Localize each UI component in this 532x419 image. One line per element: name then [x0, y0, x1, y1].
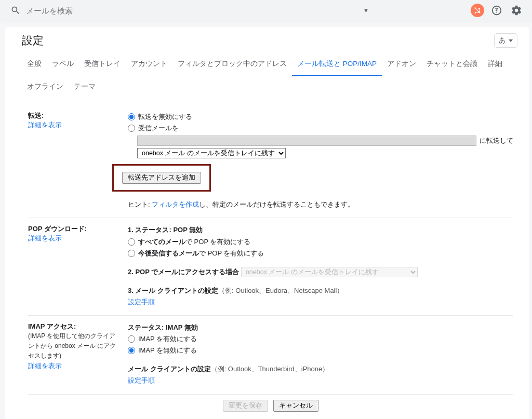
tab-inbox[interactable]: 受信トレイ [79, 55, 126, 76]
header-actions [471, 3, 527, 18]
forwarding-hint: ヒント: フィルタを作成し、特定のメールだけを転送することもできます。 [128, 199, 513, 210]
section-imap: IMAP アクセス: (IMAP を使用して他のクライアントから onebox … [28, 316, 513, 394]
search-options-toggle[interactable]: ▼ [356, 7, 376, 13]
settings-tabs: 全般 ラベル 受信トレイ アカウント フィルタとブロック中のアドレス メール転送… [5, 50, 529, 101]
pop-heading: POP ダウンロード: [28, 224, 121, 234]
tab-labels[interactable]: ラベル [47, 55, 79, 76]
settings-panel: 設定 あ 全般 ラベル 受信トレイ アカウント フィルタとブロック中のアドレス … [5, 27, 529, 419]
tab-offline[interactable]: オフライン [22, 78, 69, 98]
forwarding-enable-row[interactable]: 受信メールを [128, 123, 513, 134]
forwarding-address-field[interactable] [137, 136, 476, 146]
add-forwarding-address-button[interactable]: 転送先アドレスを追加 [122, 172, 201, 184]
input-tools-button[interactable]: あ [494, 33, 517, 48]
cancel-button[interactable]: キャンセル [273, 400, 318, 412]
forwarding-enable-label: 受信メールを [138, 123, 179, 134]
footer-buttons: 変更を保存 キャンセル [28, 395, 513, 414]
pop-enable-future-radio[interactable] [128, 250, 135, 257]
imap-instructions-link[interactable]: 設定手順 [128, 376, 155, 384]
hubspot-icon[interactable] [471, 4, 484, 17]
section-forwarding: 転送: 詳細を表示 転送を無効にする 受信メールを に転送して [28, 105, 513, 218]
pop-instructions-link[interactable]: 設定手順 [128, 298, 155, 306]
pop-enable-all-row[interactable]: すべてのメールで POP を有効にする [128, 236, 513, 248]
pop-enable-future-label: 今後受信するメールで POP を有効にする [138, 248, 264, 259]
section-pop: POP ダウンロード: 詳細を表示 1. ステータス: POP 無効 すべてのメ… [28, 218, 513, 316]
forwarding-disable-row[interactable]: 転送を無効にする [128, 111, 513, 123]
gear-icon[interactable] [509, 3, 524, 18]
tab-filters[interactable]: フィルタとブロック中のアドレス [172, 55, 292, 76]
tab-advanced[interactable]: 詳細 [483, 55, 508, 76]
pop-enable-future-row[interactable]: 今後受信するメールで POP を有効にする [128, 248, 513, 259]
pop-enable-all-label: すべてのメールで POP を有効にする [138, 236, 250, 248]
imap-disable-label: IMAP を無効にする [138, 345, 197, 356]
imap-disable-row[interactable]: IMAP を無効にする [128, 345, 513, 356]
help-icon[interactable] [489, 3, 504, 18]
tab-general[interactable]: 全般 [22, 55, 47, 76]
input-tools-label: あ [499, 36, 506, 45]
pop-access-label: 2. POP でメールにアクセスする場合 [128, 268, 239, 276]
pop-status-label: 1. ステータス: POP 無効 [128, 224, 513, 236]
pop-enable-all-radio[interactable] [128, 238, 135, 246]
forwarding-disable-label: 転送を無効にする [138, 111, 192, 123]
tab-accounts[interactable]: アカウント [126, 55, 172, 76]
imap-learn-more[interactable]: 詳細を表示 [28, 362, 62, 370]
pop-client-label: 3. メール クライアントの設定（例: Outlook、Eudora、Netsc… [128, 287, 343, 294]
search-input[interactable] [26, 6, 356, 15]
imap-enable-label: IMAP を有効にする [138, 333, 197, 345]
imap-client-label: メール クライアントの設定（例: Outlook、Thunderbird、iPh… [128, 365, 329, 373]
forwarding-learn-more[interactable]: 詳細を表示 [28, 121, 62, 129]
imap-subnote: (IMAP を使用して他のクライアントから onebox メール にアクセスしま… [28, 331, 121, 361]
save-button: 変更を保存 [223, 400, 268, 412]
forwarding-suffix-text: に転送して [480, 135, 513, 146]
add-forwarding-highlight: 転送先アドレスを追加 [112, 164, 211, 192]
tab-chat-meet[interactable]: チャットと会議 [421, 55, 483, 76]
tab-themes[interactable]: テーマ [69, 78, 101, 98]
hint-suffix: し、特定のメールだけを転送することもできます。 [199, 200, 354, 208]
forwarding-enable-radio[interactable] [128, 125, 135, 132]
imap-enable-row[interactable]: IMAP を有効にする [128, 333, 513, 345]
chevron-down-icon [509, 39, 513, 42]
tab-addons[interactable]: アドオン [382, 55, 421, 76]
search-box[interactable]: ▼ [5, 3, 379, 18]
hint-prefix: ヒント: [128, 200, 152, 208]
forwarding-keep-select[interactable]: onebox メール のメールを受信トレイに残す [137, 148, 286, 158]
imap-status-label: ステータス: IMAP 無効 [128, 322, 513, 333]
top-bar: ▼ [0, 0, 532, 23]
svg-point-1 [474, 7, 475, 8]
imap-enable-radio[interactable] [128, 335, 135, 343]
forwarding-heading: 転送: [28, 111, 121, 120]
imap-heading: IMAP アクセス: [28, 322, 121, 331]
tab-forwarding-pop-imap[interactable]: メール転送と POP/IMAP [292, 55, 382, 76]
create-filter-link[interactable]: フィルタを作成 [152, 200, 199, 208]
search-icon [10, 5, 21, 16]
svg-point-0 [478, 8, 480, 9]
page-title: 設定 [22, 33, 44, 48]
svg-point-2 [475, 12, 476, 13]
forwarding-disable-radio[interactable] [128, 113, 135, 120]
imap-disable-radio[interactable] [128, 347, 135, 354]
pop-learn-more[interactable]: 詳細を表示 [28, 234, 62, 242]
pop-access-select: onebox メール のメールを受信トレイに残す [241, 267, 418, 277]
